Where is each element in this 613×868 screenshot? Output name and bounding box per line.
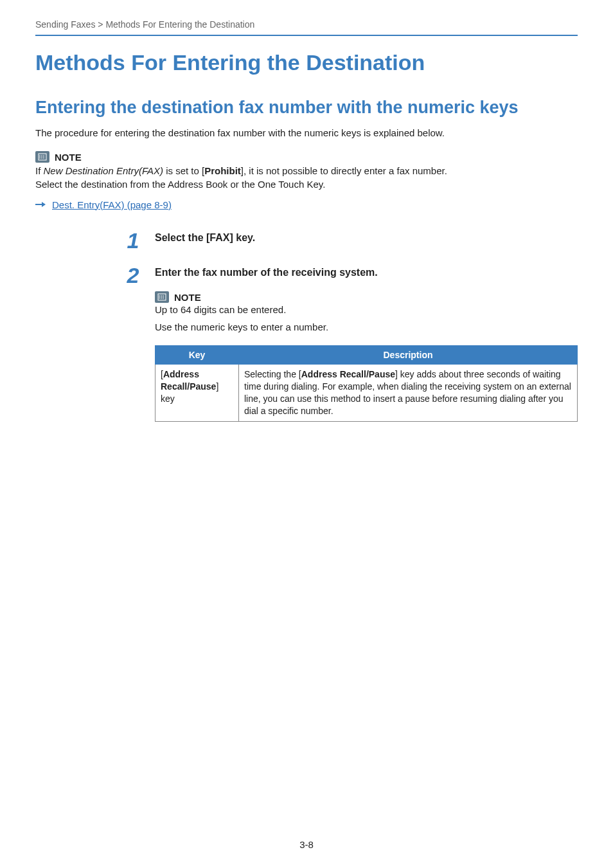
intro-text: The procedure for entering the destinati…: [35, 127, 578, 138]
cell-bold: Address Recall/Pause: [161, 369, 216, 392]
note-bold: Prohibit: [204, 165, 241, 176]
step-title: Select the [FAX] key.: [155, 232, 578, 244]
arrow-right-icon: [35, 199, 46, 210]
cell-text: Selecting the [: [244, 369, 301, 379]
step: 2 Enter the fax number of the receiving …: [125, 264, 578, 422]
note-label: NOTE: [174, 292, 201, 303]
note-text: ], it is not possible to directly enter …: [241, 165, 447, 176]
note-body: If New Destination Entry(FAX) is set to …: [35, 164, 578, 191]
note-text: Use the numeric keys to enter a number.: [155, 321, 578, 332]
cross-ref-link[interactable]: Dest. Entry(FAX) (page 8-9): [52, 199, 172, 210]
breadcrumb-section: Sending Faxes: [35, 19, 95, 30]
note-block: NOTE Up to 64 digits can be entered. Use…: [155, 291, 578, 332]
table-header: Description: [239, 346, 578, 365]
note-block: NOTE If New Destination Entry(FAX) is se…: [35, 151, 578, 191]
table-header: Key: [155, 346, 239, 365]
cell-bold: Address Recall/Pause: [301, 369, 395, 379]
step-title: Enter the fax number of the receiving sy…: [155, 267, 578, 278]
step: 1 Select the [FAX] key.: [125, 230, 578, 254]
note-icon: [155, 291, 169, 303]
page-number: 3-8: [0, 839, 613, 850]
header-divider: [35, 35, 578, 36]
breadcrumb-separator: >: [95, 19, 105, 30]
page-title: Methods For Entering the Destination: [35, 50, 578, 75]
table-row: [Address Recall/Pause] key Selecting the…: [155, 365, 578, 422]
breadcrumb: Sending Faxes > Methods For Entering the…: [35, 19, 578, 30]
breadcrumb-page: Methods For Entering the Destination: [105, 19, 254, 30]
step-number: 2: [125, 264, 141, 286]
note-text: Select the destination from the Address …: [35, 179, 325, 190]
note-label: NOTE: [55, 152, 82, 163]
key-description-table: Key Description [Address Recall/Pause] k…: [155, 345, 578, 422]
note-text: Up to 64 digits can be entered.: [155, 304, 578, 315]
note-icon: [35, 151, 49, 163]
note-text: is set to [: [163, 165, 204, 176]
cross-ref-row: Dest. Entry(FAX) (page 8-9): [35, 199, 578, 210]
section-title: Entering the destination fax number with…: [35, 98, 578, 118]
svg-marker-2: [42, 202, 46, 207]
cell-bold-text: Address Recall/Pause: [161, 369, 216, 392]
note-italic: New Destination Entry(FAX): [44, 165, 163, 176]
note-text: If: [35, 165, 44, 176]
table-cell-description: Selecting the [Address Recall/Pause] key…: [239, 365, 578, 422]
step-number: 1: [125, 230, 141, 251]
table-cell-key: [Address Recall/Pause] key: [155, 365, 239, 422]
